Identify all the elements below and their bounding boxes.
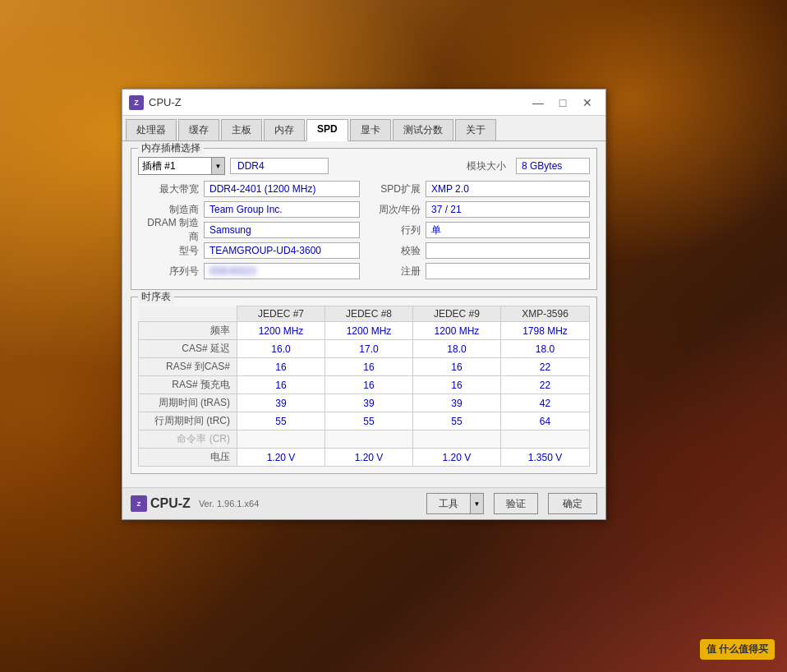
spd-ext-label: SPD扩展 xyxy=(368,182,426,196)
verify-button[interactable]: 验证 xyxy=(494,493,538,514)
col-xmp: XMP-3596 xyxy=(500,306,589,322)
ras-pre-xmp: 22 xyxy=(500,376,589,394)
cr-jedec8 xyxy=(324,430,412,449)
max-bw-value: DDR4-2401 (1200 MHz) xyxy=(204,181,360,197)
watermark-text: 值 什么值得买 xyxy=(706,643,768,655)
bottom-bar: Z CPU-Z Ver. 1.96.1.x64 工具 ▼ 验证 确定 xyxy=(122,487,605,519)
ranks-row: 行列 单 xyxy=(368,221,590,239)
slot-select[interactable]: 插槽 #1 xyxy=(138,157,212,175)
freq-jedec8: 1200 MHz xyxy=(324,322,412,340)
freq-jedec7: 1200 MHz xyxy=(237,322,325,340)
tab-mainboard[interactable]: 主板 xyxy=(221,119,262,140)
logo-icon: Z xyxy=(131,495,147,512)
table-row: RAS# 到CAS# 16 16 16 22 xyxy=(139,358,590,376)
cas-label: CAS# 延迟 xyxy=(139,340,237,358)
right-info-col: SPD扩展 XMP 2.0 周次/年份 37 / 21 行列 单 校验 xyxy=(368,180,590,283)
cr-label: 命令率 (CR) xyxy=(139,430,237,449)
model-row: 型号 TEAMGROUP-UD4-3600 xyxy=(138,242,360,260)
table-row: 命令率 (CR) xyxy=(139,430,590,449)
col-jedec7: JEDEC #7 xyxy=(237,306,325,322)
max-bandwidth-row: 最大带宽 DDR4-2401 (1200 MHz) xyxy=(138,180,360,198)
ras-pre-jedec8: 16 xyxy=(324,376,412,394)
dram-mfr-row: DRAM 制造商 Samsung xyxy=(138,221,360,239)
tab-gpu[interactable]: 显卡 xyxy=(350,119,391,140)
spd-ext-value: XMP 2.0 xyxy=(426,181,590,197)
tab-bar: 处理器 缓存 主板 内存 SPD 显卡 测试分数 关于 xyxy=(122,116,605,141)
serial-value: 0DE40023 xyxy=(204,263,360,279)
ras-pre-label: RAS# 预充电 xyxy=(139,376,237,394)
ras-cas-jedec8: 16 xyxy=(324,358,412,376)
slot-group-title: 内存插槽选择 xyxy=(138,141,204,155)
voltage-jedec8: 1.20 V xyxy=(324,449,412,467)
trc-jedec9: 55 xyxy=(412,412,500,430)
serial-row: 序列号 0DE40023 xyxy=(138,262,360,280)
tab-spd[interactable]: SPD xyxy=(306,119,348,141)
tras-jedec9: 39 xyxy=(412,394,500,412)
tab-cache[interactable]: 缓存 xyxy=(178,119,219,140)
table-row: 频率 1200 MHz 1200 MHz 1200 MHz 1798 MHz xyxy=(139,322,590,340)
serial-label: 序列号 xyxy=(138,265,204,278)
slot-group: 内存插槽选择 插槽 #1 ▼ DDR4 模块大小 8 GBytes xyxy=(131,148,597,290)
ras-cas-jedec7: 16 xyxy=(237,358,325,376)
table-row: 电压 1.20 V 1.20 V 1.20 V 1.350 V xyxy=(139,449,590,467)
window-controls: — □ ✕ xyxy=(527,94,599,112)
tab-processor[interactable]: 处理器 xyxy=(126,119,177,140)
slot-dropdown-arrow[interactable]: ▼ xyxy=(212,157,225,175)
slot-group-content: 插槽 #1 ▼ DDR4 模块大小 8 GBytes 最大带宽 xyxy=(138,157,590,283)
ras-pre-jedec9: 16 xyxy=(412,376,500,394)
table-row: RAS# 预充电 16 16 16 22 xyxy=(139,376,590,394)
cr-jedec9 xyxy=(412,430,500,449)
freq-label: 频率 xyxy=(139,322,237,340)
content-area: 内存插槽选择 插槽 #1 ▼ DDR4 模块大小 8 GBytes xyxy=(122,141,605,487)
dram-mfr-value: Samsung xyxy=(204,222,360,238)
watermark: 值 什么值得买 xyxy=(700,639,775,660)
minimize-button[interactable]: — xyxy=(527,94,550,112)
voltage-label: 电压 xyxy=(139,449,237,467)
ras-cas-jedec9: 16 xyxy=(412,358,500,376)
mfr-label: 制造商 xyxy=(138,203,204,217)
tras-xmp: 42 xyxy=(500,394,589,412)
app-icon: Z xyxy=(129,95,144,110)
module-size-label: 模块大小 xyxy=(462,159,511,173)
module-size-value: 8 GBytes xyxy=(516,158,590,174)
tab-memory[interactable]: 内存 xyxy=(264,119,305,140)
trc-jedec8: 55 xyxy=(324,412,412,430)
ok-button[interactable]: 确定 xyxy=(548,493,597,514)
close-button[interactable]: ✕ xyxy=(576,94,599,112)
tras-jedec7: 39 xyxy=(237,394,325,412)
trc-jedec7: 55 xyxy=(237,412,325,430)
ras-cas-xmp: 22 xyxy=(500,358,589,376)
tab-about[interactable]: 关于 xyxy=(455,119,496,140)
cr-jedec7 xyxy=(237,430,325,449)
parity-row: 校验 xyxy=(368,242,590,260)
ranks-value: 单 xyxy=(426,222,590,238)
cas-jedec7: 16.0 xyxy=(237,340,325,358)
timing-group: 时序表 JEDEC #7 JEDEC #8 JEDEC #9 XMP-3596 xyxy=(131,297,597,474)
table-row: 行周期时间 (tRC) 55 55 55 64 xyxy=(139,412,590,430)
title-bar: Z CPU-Z — □ ✕ xyxy=(122,90,605,116)
table-row: CAS# 延迟 16.0 17.0 18.0 18.0 xyxy=(139,340,590,358)
col-jedec9: JEDEC #9 xyxy=(412,306,500,322)
window-title: CPU-Z xyxy=(149,96,527,108)
maximize-button[interactable]: □ xyxy=(551,94,574,112)
ras-pre-jedec7: 16 xyxy=(237,376,325,394)
trc-xmp: 64 xyxy=(500,412,589,430)
register-value xyxy=(426,263,590,279)
week-year-row: 周次/年份 37 / 21 xyxy=(368,200,590,219)
tab-bench[interactable]: 测试分数 xyxy=(393,119,453,140)
parity-value xyxy=(426,242,590,259)
tools-button[interactable]: 工具 xyxy=(426,493,471,514)
model-label: 型号 xyxy=(138,244,204,258)
logo-text: CPU-Z xyxy=(150,496,191,511)
mfr-value: Team Group Inc. xyxy=(204,201,360,218)
cpuz-window: Z CPU-Z — □ ✕ 处理器 缓存 主板 内存 SPD 显卡 测试分数 关… xyxy=(122,89,606,520)
voltage-jedec7: 1.20 V xyxy=(237,449,325,467)
tools-dropdown-arrow[interactable]: ▼ xyxy=(471,493,484,514)
freq-jedec9: 1200 MHz xyxy=(412,322,500,340)
week-year-value: 37 / 21 xyxy=(426,201,590,218)
tras-jedec8: 39 xyxy=(324,394,412,412)
register-label: 注册 xyxy=(368,265,426,278)
ras-cas-label: RAS# 到CAS# xyxy=(139,358,237,376)
cas-jedec8: 17.0 xyxy=(324,340,412,358)
freq-xmp: 1798 MHz xyxy=(500,322,589,340)
